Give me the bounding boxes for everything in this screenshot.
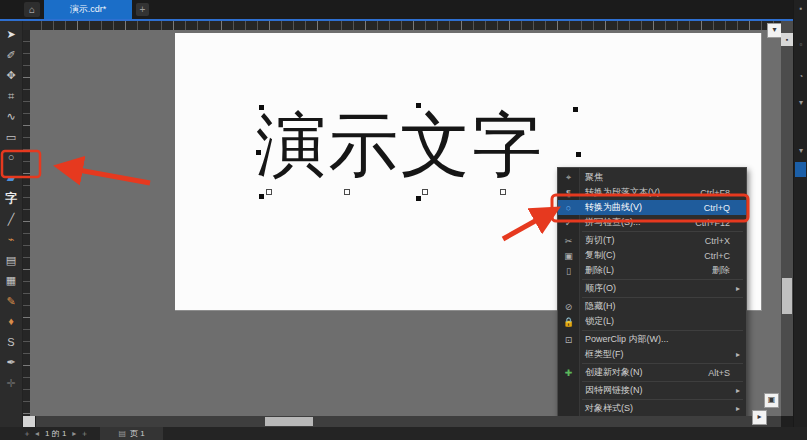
focus-icon: ⌖ <box>558 172 579 183</box>
docker-strip: ▪▫◔▾▾ <box>793 0 807 440</box>
next-page-button[interactable]: ▸ <box>72 427 76 440</box>
vertical-scrollbar[interactable] <box>781 21 793 416</box>
vertical-ruler <box>22 30 30 416</box>
crop-tool[interactable]: ⌗ <box>0 86 22 106</box>
new-document-button[interactable]: + <box>136 3 149 16</box>
prev-page-button[interactable]: ◂ <box>35 427 39 440</box>
add-tool-button[interactable]: ✛ <box>0 373 22 393</box>
selection-handle-ne[interactable] <box>573 107 578 112</box>
dimension-tool[interactable]: ⌁ <box>0 229 22 249</box>
shape-tool[interactable]: ✐ <box>0 45 22 65</box>
character-node[interactable] <box>500 189 506 195</box>
ruler-corner <box>22 21 30 30</box>
menu-item-convert-to-curves[interactable]: ○转换为曲线(V)Ctrl+Q <box>558 200 746 215</box>
new-object-icon: ✚ <box>558 368 579 378</box>
menu-item-shortcut: Ctrl+X <box>705 236 736 246</box>
menu-item-internet-links[interactable]: 因特网链接(N)▸ <box>558 383 746 398</box>
selection-handle-sw[interactable] <box>259 194 264 199</box>
selection-handle-e[interactable] <box>576 152 581 157</box>
pattern-tool[interactable]: ▦ <box>0 270 22 290</box>
menu-item-spell-check[interactable]: ✓拼写检查(S)...Ctrl+F12 <box>558 215 746 230</box>
menu-item-frame-type[interactable]: 框类型(F)▸ <box>558 347 746 362</box>
menu-item-shortcut: Ctrl+F8 <box>700 188 736 198</box>
eyedropper-tool[interactable]: ✎ <box>0 291 22 311</box>
menu-item-label: 创建新对象(N) <box>579 366 708 379</box>
scroll-up-button[interactable]: ▪ <box>781 33 793 46</box>
selection-handle-n[interactable] <box>416 103 421 108</box>
docker-color-icon[interactable]: ◔ <box>794 72 807 81</box>
menu-item-label: 聚焦 <box>579 171 730 184</box>
toolbox: ➤✐✥⌗∿▭○▰字╱⌁▤▦✎♦S✒✛ <box>0 21 23 440</box>
color-swatch[interactable] <box>795 162 806 177</box>
horizontal-scrollbar[interactable] <box>36 416 781 427</box>
selection-handle-s[interactable] <box>416 196 421 201</box>
page-indicator: 1 的 1 <box>43 428 68 439</box>
context-menu: ⌖聚焦¶转换为段落文本(V)Ctrl+F8○转换为曲线(V)Ctrl+Q✓拼写检… <box>557 167 747 440</box>
menu-item-label: 顺序(O) <box>579 282 730 295</box>
vertical-scrollbar-thumb[interactable] <box>782 278 792 314</box>
page-flip-button[interactable]: ▸ <box>752 410 767 425</box>
add-page-button-left[interactable]: ＋ <box>23 427 31 440</box>
pen-tool[interactable]: ✒ <box>0 352 22 372</box>
horizontal-ruler <box>30 21 781 30</box>
page-icon: ▤ <box>118 429 126 438</box>
page-tab[interactable]: ▤ 页 1 <box>100 427 162 440</box>
submenu-arrow-icon: ▸ <box>736 350 746 359</box>
line-tool[interactable]: ╱ <box>0 209 22 229</box>
document-tab[interactable]: 演示.cdr* <box>44 0 132 19</box>
menu-item-delete[interactable]: ▯删除(L)删除 <box>558 263 746 278</box>
docker-collapse-button[interactable]: ▫ <box>794 40 807 49</box>
menu-item-label: PowerClip 内部(W)... <box>579 333 730 346</box>
add-page-button-right[interactable]: ＋ <box>80 427 88 440</box>
menu-item-cut[interactable]: ✂剪切(T)Ctrl+X <box>558 233 746 248</box>
home-icon[interactable]: ⌂ <box>24 2 40 17</box>
fill-tool[interactable]: ▰ <box>0 168 22 188</box>
menu-item-label: 复制(C) <box>579 249 704 262</box>
menu-item-hide[interactable]: ⊘隐藏(H) <box>558 299 746 314</box>
menu-item-shortcut: Alt+S <box>708 368 736 378</box>
menu-item-label: 对象样式(S) <box>579 402 730 415</box>
menu-item-label: 因特网链接(N) <box>579 384 730 397</box>
menu-item-shortcut: 删除 <box>712 264 736 277</box>
smart-fill-tool[interactable]: ♦ <box>0 311 22 331</box>
menu-item-shortcut: Ctrl+Q <box>704 203 736 213</box>
ellipse-tool[interactable]: ○ <box>0 147 22 167</box>
menu-item-lock[interactable]: 🔒锁定(L) <box>558 314 746 329</box>
artistic-text-object[interactable]: 演示文字 <box>256 96 586 196</box>
rectangle-tool[interactable]: ▭ <box>0 127 22 147</box>
free-transform-tool[interactable]: ✥ <box>0 65 22 85</box>
curve-circle-icon: ○ <box>558 203 579 213</box>
page-bar: ＋◂1 的 1▸＋ ▤ 页 1 <box>0 427 807 440</box>
character-node[interactable] <box>344 189 350 195</box>
document-navigator-button[interactable]: ▣ <box>764 393 779 408</box>
menu-item-focus[interactable]: ⌖聚焦 <box>558 170 746 185</box>
powerclip-icon: ⊡ <box>558 335 579 345</box>
character-node[interactable] <box>422 189 428 195</box>
menu-item-order[interactable]: 顺序(O)▸ <box>558 281 746 296</box>
menu-item-powerclip-inside[interactable]: ⊡PowerClip 内部(W)... <box>558 332 746 347</box>
spellcheck-icon: ✓ <box>558 218 579 228</box>
menu-item-convert-paragraph-text[interactable]: ¶转换为段落文本(V)Ctrl+F8 <box>558 185 746 200</box>
selection-handle-w[interactable] <box>256 150 261 155</box>
menu-item-label: 隐藏(H) <box>579 300 730 313</box>
submenu-arrow-icon: ▸ <box>736 404 746 413</box>
docker-menu-icon[interactable]: ▪ <box>794 4 807 13</box>
menu-item-copy[interactable]: ▣复制(C)Ctrl+C <box>558 248 746 263</box>
text-tool[interactable]: 字 <box>0 188 22 208</box>
menu-item-create-new-object[interactable]: ✚创建新对象(N)Alt+S <box>558 365 746 380</box>
curve-tool[interactable]: ∿ <box>0 106 22 126</box>
copy-icon: ▣ <box>558 251 579 261</box>
pick-tool[interactable]: ➤ <box>0 24 22 44</box>
submenu-arrow-icon: ▸ <box>736 386 746 395</box>
selection-handle-nw[interactable] <box>259 105 264 110</box>
paragraph-text-icon: ¶ <box>558 188 579 198</box>
scroll-left-button[interactable] <box>23 416 35 427</box>
horizontal-scrollbar-thumb[interactable] <box>265 417 313 426</box>
character-node[interactable] <box>266 189 272 195</box>
menu-item-object-styles[interactable]: 对象样式(S)▸ <box>558 401 746 416</box>
artistic-media-tool[interactable]: ▤ <box>0 250 22 270</box>
twirl-tool[interactable]: S <box>0 332 22 352</box>
docker-dropdown-icon-2[interactable]: ▾ <box>794 146 807 155</box>
ruler-options-button[interactable]: ▾ <box>767 23 782 38</box>
docker-dropdown-icon-1[interactable]: ▾ <box>794 98 807 107</box>
